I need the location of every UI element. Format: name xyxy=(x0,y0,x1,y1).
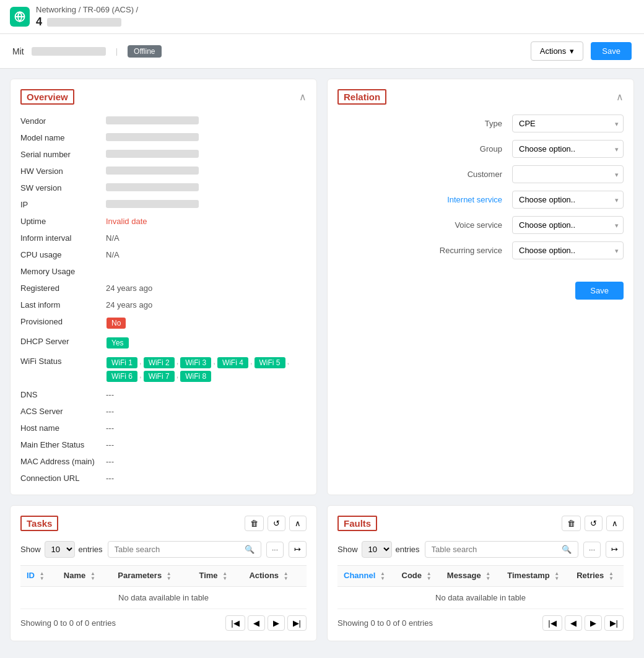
faults-search-icon: 🔍 xyxy=(562,545,572,554)
faults-refresh-btn[interactable]: ↺ xyxy=(585,516,603,531)
faults-col-message[interactable]: Message ▲▼ xyxy=(441,566,501,587)
faults-col-code[interactable]: Code ▲▼ xyxy=(396,566,441,587)
tasks-header-icons: 🗑 ↺ ∧ xyxy=(245,516,307,531)
field-hw-version: HW Version xyxy=(20,165,307,178)
customer-select[interactable] xyxy=(512,165,624,183)
bottom-panels: Tasks 🗑 ↺ ∧ Show 10 entries 🔍 xyxy=(10,505,634,641)
tasks-col-name[interactable]: Name ▲▼ xyxy=(58,566,111,587)
tasks-empty-row: No data available in table xyxy=(20,586,307,608)
tasks-panel-header: Tasks 🗑 ↺ ∧ xyxy=(20,516,307,531)
tasks-last-page-btn[interactable]: ▶| xyxy=(287,615,307,631)
type-select[interactable]: CPE xyxy=(512,115,624,132)
faults-empty-row: No data available in table xyxy=(337,586,624,608)
faults-collapse-btn[interactable]: ∧ xyxy=(606,516,624,531)
field-serial-number: Serial number xyxy=(20,148,307,161)
faults-search-input[interactable] xyxy=(432,545,558,554)
field-ip: IP xyxy=(20,198,307,211)
tasks-search-box: 🔍 xyxy=(108,541,261,558)
relation-panel: Relation ∧ Type CPE ▾ Group xyxy=(327,79,634,495)
faults-table: Channel ▲▼ Code ▲▼ Message ▲▼ Timestamp … xyxy=(337,565,624,609)
tasks-panel: Tasks 🗑 ↺ ∧ Show 10 entries 🔍 xyxy=(10,505,317,641)
tasks-search-icon: 🔍 xyxy=(245,545,255,554)
voice-service-select-wrapper: Choose option.. ▾ xyxy=(512,216,624,234)
relation-save-button[interactable]: Save xyxy=(575,282,624,300)
breadcrumb: Networking / TR-069 (ACS) / xyxy=(36,5,138,14)
field-memory-usage: Memory Usage xyxy=(20,265,307,278)
tasks-prev-page-btn[interactable]: ◀ xyxy=(248,615,265,631)
actions-button[interactable]: Actions ▾ xyxy=(531,41,584,61)
overview-header: Overview ∧ xyxy=(20,89,307,105)
faults-entries-select[interactable]: 10 xyxy=(362,541,392,558)
faults-export-btn[interactable]: ↦ xyxy=(606,541,624,558)
tasks-pagination-info: Showing 0 to 0 of 0 entries xyxy=(20,618,116,628)
faults-panel-header: Faults 🗑 ↺ ∧ xyxy=(337,516,624,531)
faults-panel: Faults 🗑 ↺ ∧ Show 10 entries 🔍 xyxy=(327,505,634,641)
save-button[interactable]: Save xyxy=(591,42,632,60)
faults-prev-page-btn[interactable]: ◀ xyxy=(565,615,582,631)
group-select-wrapper: Choose option.. ▾ xyxy=(512,140,624,158)
tasks-columns-btn[interactable]: ··· xyxy=(266,542,284,558)
tasks-delete-btn[interactable]: 🗑 xyxy=(245,516,264,531)
tasks-col-id[interactable]: ID ▲▼ xyxy=(20,566,58,587)
internet-service-select-wrapper: Choose option.. ▾ xyxy=(512,191,624,209)
relation-collapse-btn[interactable]: ∧ xyxy=(616,91,624,103)
field-wifi-status: WiFi Status WiFi 1 , WiFi 2 , WiFi 3 , W… xyxy=(20,355,307,384)
top-panels: Overview ∧ Vendor Model name Serial numb… xyxy=(10,79,634,495)
overview-collapse-btn[interactable]: ∧ xyxy=(299,91,307,103)
device-name-blurred xyxy=(32,47,106,56)
field-provisioned: Provisioned No xyxy=(20,315,307,331)
wifi-tags: WiFi 1 , WiFi 2 , WiFi 3 , WiFi 4 , WiFi… xyxy=(106,357,307,383)
relation-fields: Type CPE ▾ Group Choose option.. ▾ xyxy=(337,115,624,300)
voice-service-select[interactable]: Choose option.. xyxy=(512,216,624,234)
tasks-export-btn[interactable]: ↦ xyxy=(289,541,307,558)
tasks-collapse-btn[interactable]: ∧ xyxy=(289,516,307,531)
faults-columns-btn[interactable]: ··· xyxy=(583,542,601,558)
field-uptime: Uptime Invalid date xyxy=(20,215,307,228)
device-name: Mit xyxy=(12,46,24,56)
field-acs-server: ACS Server --- xyxy=(20,405,307,418)
tasks-col-parameters[interactable]: Parameters ▲▼ xyxy=(111,566,193,587)
field-cpu-usage: CPU usage N/A xyxy=(20,248,307,261)
tasks-entries-select[interactable]: 10 xyxy=(45,541,75,558)
tasks-title: Tasks xyxy=(20,516,58,531)
faults-first-page-btn[interactable]: |◀ xyxy=(542,615,562,631)
tasks-refresh-btn[interactable]: ↺ xyxy=(268,516,285,531)
recurring-service-select-wrapper: Choose option.. ▾ xyxy=(512,241,624,259)
relation-type-row: Type CPE ▾ xyxy=(337,115,624,132)
faults-title: Faults xyxy=(337,516,377,531)
field-vendor: Vendor xyxy=(20,115,307,128)
tasks-show-entries: Show 10 entries xyxy=(20,541,103,558)
group-select[interactable]: Choose option.. xyxy=(512,140,624,158)
provisioned-tag: No xyxy=(107,318,126,329)
faults-delete-btn[interactable]: 🗑 xyxy=(562,516,581,531)
faults-col-retries[interactable]: Retries ▲▼ xyxy=(570,566,624,587)
field-inform-interval: Inform interval N/A xyxy=(20,232,307,245)
field-mac-address: MAC Address (main) --- xyxy=(20,455,307,468)
faults-search-box: 🔍 xyxy=(425,541,578,558)
faults-pagination-info: Showing 0 to 0 of 0 entries xyxy=(337,618,433,628)
field-last-inform: Last inform 24 years ago xyxy=(20,298,307,311)
field-registered: Registered 24 years ago xyxy=(20,282,307,295)
faults-last-page-btn[interactable]: ▶| xyxy=(604,615,624,631)
field-dns: DNS --- xyxy=(20,388,307,401)
type-select-wrapper: CPE ▾ xyxy=(512,115,624,132)
faults-next-page-btn[interactable]: ▶ xyxy=(585,615,602,631)
relation-recurring-service-row: Recurring service Choose option.. ▾ xyxy=(337,241,624,259)
tasks-first-page-btn[interactable]: |◀ xyxy=(225,615,245,631)
faults-header-icons: 🗑 ↺ ∧ xyxy=(562,516,624,531)
tasks-pagination-buttons: |◀ ◀ ▶ ▶| xyxy=(225,615,307,631)
faults-col-channel[interactable]: Channel ▲▼ xyxy=(337,566,396,587)
internet-service-select[interactable]: Choose option.. xyxy=(512,191,624,209)
faults-col-timestamp[interactable]: Timestamp ▲▼ xyxy=(501,566,570,587)
main-content: Overview ∧ Vendor Model name Serial numb… xyxy=(0,69,644,651)
device-id-blurred xyxy=(47,18,121,27)
dhcp-tag: Yes xyxy=(107,337,129,348)
recurring-service-select[interactable]: Choose option.. xyxy=(512,241,624,259)
faults-pagination-buttons: |◀ ◀ ▶ ▶| xyxy=(542,615,624,631)
faults-table-toolbar: Show 10 entries 🔍 ··· ↦ xyxy=(337,541,624,558)
tasks-search-input[interactable] xyxy=(115,545,241,554)
relation-voice-service-row: Voice service Choose option.. ▾ xyxy=(337,216,624,234)
tasks-col-actions[interactable]: Actions ▲▼ xyxy=(243,566,307,587)
tasks-next-page-btn[interactable]: ▶ xyxy=(268,615,285,631)
tasks-col-time[interactable]: Time ▲▼ xyxy=(193,566,243,587)
